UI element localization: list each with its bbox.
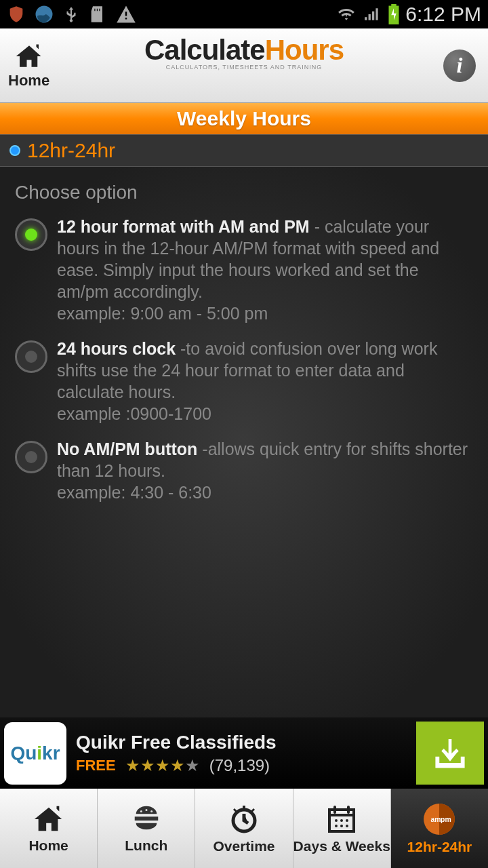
radio-button[interactable] [15, 218, 47, 251]
status-time: 6:12 PM [405, 3, 481, 26]
radio-button[interactable] [15, 340, 47, 373]
ad-rating: ★★★★★ [125, 756, 200, 775]
option-text: 12 hour format with AM and PM - calculat… [57, 216, 473, 324]
sd-card-icon [88, 4, 107, 24]
svg-point-2 [145, 809, 147, 811]
tab-indicator: 12hr-24hr [0, 134, 488, 167]
burger-icon [128, 804, 165, 835]
ad-title: Quikr Free Classifieds [76, 732, 416, 753]
bottom-nav: Home Lunch Overtime Days & Weeks ampm 12… [0, 789, 488, 868]
usb-icon [62, 4, 80, 24]
section-title: Choose option [15, 182, 473, 203]
nav-overtime[interactable]: Overtime [195, 789, 293, 868]
ampm-icon: ampm [422, 802, 457, 836]
radio-indicator-icon [9, 145, 20, 156]
app-title: CalculateHours CALCULATORS, TIMESHEETS A… [144, 34, 344, 71]
calendar-icon [325, 803, 359, 835]
home-icon [32, 804, 66, 835]
option-text: 24 hours clock -to avoid confusion over … [57, 338, 473, 425]
download-icon [431, 734, 469, 772]
option-text: No AM/PM button -allows quick entry for … [57, 438, 473, 503]
svg-point-3 [150, 810, 152, 812]
info-button[interactable]: i [443, 50, 476, 82]
home-label: Home [8, 72, 49, 90]
tab-label: 12hr-24hr [27, 139, 115, 162]
nav-days-weeks[interactable]: Days & Weeks [293, 789, 391, 868]
nav-home[interactable]: Home [0, 789, 98, 868]
clock-icon [227, 803, 261, 835]
shield-icon [7, 4, 26, 24]
svg-text:am: am [431, 816, 441, 823]
format-option-0[interactable]: 12 hour format with AM and PM - calculat… [15, 216, 473, 324]
svg-text:pm: pm [441, 816, 451, 823]
battery-icon [388, 4, 400, 24]
ad-banner[interactable]: Quikr Quikr Free Classifieds FREE ★★★★★ … [0, 717, 488, 789]
wifi-icon [336, 5, 357, 23]
signal-icon [362, 5, 382, 23]
home-button[interactable]: Home [0, 28, 58, 102]
status-bar: 6:12 PM [0, 0, 488, 28]
format-option-2[interactable]: No AM/PM button -allows quick entry for … [15, 438, 473, 503]
radio-button[interactable] [15, 441, 47, 473]
ad-price: FREE [76, 757, 116, 774]
subheader: Weekly Hours [0, 103, 488, 134]
download-button[interactable] [416, 722, 484, 785]
globe-icon [34, 4, 54, 24]
ad-app-icon: Quikr [4, 722, 66, 785]
info-icon: i [457, 53, 463, 78]
ad-review-count: (79,139) [209, 756, 270, 775]
home-icon [14, 42, 45, 71]
format-option-1[interactable]: 24 hours clock -to avoid confusion over … [15, 338, 473, 425]
svg-point-1 [140, 810, 142, 812]
nav-lunch[interactable]: Lunch [98, 789, 195, 868]
app-header: Home CalculateHours CALCULATORS, TIMESHE… [0, 28, 488, 103]
nav-12hr-24hr[interactable]: ampm 12hr-24hr [391, 789, 488, 868]
content-area: Choose option 12 hour format with AM and… [0, 167, 488, 717]
warning-icon [115, 4, 137, 24]
